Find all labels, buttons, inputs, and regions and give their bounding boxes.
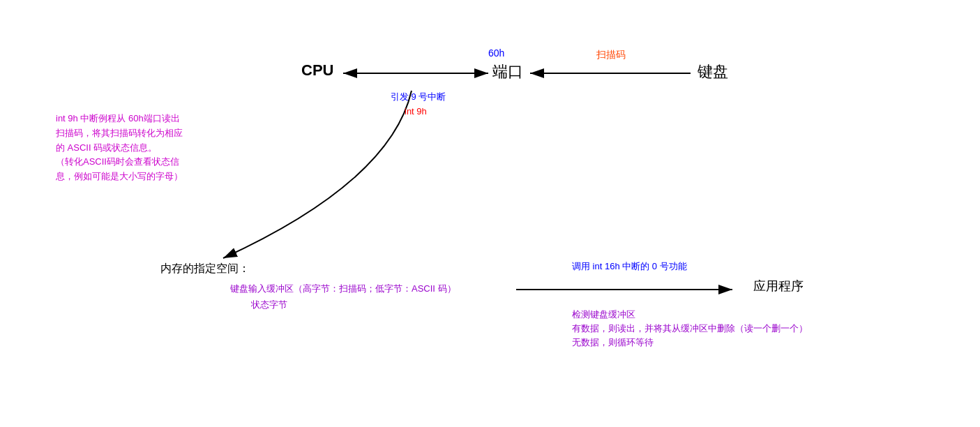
arrows-svg <box>0 0 980 427</box>
call-int16-label: 调用 int 16h 中断的 0 号功能 <box>572 260 687 273</box>
status-byte-label: 状态字节 <box>251 299 287 311</box>
buffer-desc-label: 键盘输入缓冲区（高字节：扫描码；低字节：ASCII 码） <box>230 283 456 295</box>
port-label: 端口 <box>492 61 523 82</box>
diagram: 60h CPU 端口 键盘 扫描码 引发 9 号中断 int 9h int 9h… <box>0 0 980 427</box>
app-program-label: 应用程序 <box>753 278 804 294</box>
keyboard-label: 键盘 <box>698 61 728 82</box>
trigger-label: 引发 9 号中断 <box>391 91 446 103</box>
port-addr-label: 60h <box>488 47 504 59</box>
scan-code-label: 扫描码 <box>596 49 626 61</box>
cpu-label: CPU <box>301 61 333 80</box>
no-data-label: 无数据，则循环等待 <box>572 336 654 349</box>
detect-buffer-label: 检测键盘缓冲区 <box>572 308 635 321</box>
int9h-desc: int 9h 中断例程从 60h端口读出 扫描码，将其扫描码转化为相应 的 AS… <box>56 112 230 184</box>
has-data-label: 有数据，则读出，并将其从缓冲区中删除（读一个删一个） <box>572 322 808 335</box>
memory-space-label: 内存的指定空间： <box>160 262 250 276</box>
int9h-label: int 9h <box>405 106 427 117</box>
